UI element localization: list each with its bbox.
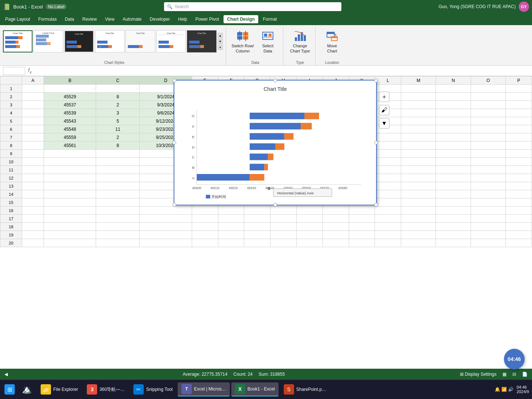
select-data-button[interactable]: SelectData (256, 28, 280, 55)
cell-m5[interactable] (401, 117, 436, 125)
cell-n2[interactable] (436, 93, 471, 101)
cell-15-12[interactable] (401, 198, 436, 207)
cell-18-11[interactable] (375, 223, 401, 231)
cell-o3[interactable] (471, 101, 505, 109)
resize-handle-bl[interactable] (173, 203, 176, 207)
cell-20-11[interactable] (375, 239, 401, 247)
cell-20-14[interactable] (471, 239, 505, 247)
chart-styles-button[interactable]: 🖌 (379, 105, 389, 115)
cell-16-6[interactable] (244, 207, 270, 215)
cell-b1[interactable]: 开始时间 ▼ (44, 85, 96, 93)
cell-c6[interactable]: 11 (96, 125, 140, 133)
col-header-c[interactable]: C (96, 76, 140, 85)
col-header-l[interactable]: L (375, 76, 401, 85)
cell-p7[interactable] (506, 133, 532, 141)
chart-filters-button[interactable]: ▼ (379, 118, 389, 129)
move-chart-button[interactable]: MoveChart (320, 28, 344, 55)
cell-m8[interactable] (401, 141, 436, 150)
cell-20-9[interactable] (323, 239, 349, 247)
cell-p4[interactable] (506, 109, 532, 117)
cell-17-0[interactable] (22, 215, 44, 223)
chart-style-4[interactable]: Chart Title A (95, 30, 125, 52)
cell-19-6[interactable] (244, 231, 270, 239)
cell-a5[interactable] (22, 117, 44, 125)
taskbar-snipping[interactable]: ✂ Snipping Tool (130, 383, 176, 396)
cell-16-4[interactable] (192, 207, 218, 215)
cell-16-0[interactable] (22, 207, 44, 215)
cell-n4[interactable] (436, 109, 471, 117)
cell-9-13[interactable] (436, 150, 471, 158)
cell-18-2[interactable] (96, 223, 140, 231)
cell-18-12[interactable] (401, 223, 436, 231)
cell-n7[interactable] (436, 133, 471, 141)
menu-page-layout[interactable]: Page Layout (1, 15, 34, 23)
cell-m7[interactable] (401, 133, 436, 141)
cell-20-0[interactable] (22, 239, 44, 247)
cell-19-11[interactable] (375, 231, 401, 239)
cell-18-15[interactable] (506, 223, 532, 231)
cell-a1[interactable] (22, 85, 44, 93)
cell-13-11[interactable] (375, 182, 401, 190)
cell-17-15[interactable] (506, 215, 532, 223)
cell-c5[interactable]: 5 (96, 117, 140, 125)
cell-18-1[interactable] (44, 223, 96, 231)
cell-18-10[interactable] (349, 223, 375, 231)
resize-handle-mr[interactable] (374, 141, 378, 144)
view-normal[interactable]: ▦ (502, 372, 507, 377)
cell-18-4[interactable] (192, 223, 218, 231)
cell-19-12[interactable] (401, 231, 436, 239)
menu-data[interactable]: Data (61, 15, 78, 23)
cell-b3[interactable]: 45537 (44, 101, 96, 109)
cell-9-12[interactable] (401, 150, 436, 158)
cell-m1[interactable] (401, 85, 436, 93)
cell-9-2[interactable] (96, 150, 140, 158)
taskbar-360-nav[interactable]: 3 360导航—… (83, 383, 128, 396)
menu-chart-design[interactable]: Chart Design (224, 15, 259, 23)
cell-16-7[interactable] (270, 207, 297, 215)
cell-17-3[interactable] (140, 215, 192, 223)
cell-16-1[interactable] (44, 207, 96, 215)
cell-19-0[interactable] (22, 231, 44, 239)
cell-10-15[interactable] (506, 158, 532, 166)
taskbar-start[interactable]: ⊞ (3, 383, 16, 396)
cell-10-12[interactable] (401, 158, 436, 166)
formula-input[interactable] (35, 67, 529, 75)
cell-17-12[interactable] (401, 215, 436, 223)
cell-n6[interactable] (436, 125, 471, 133)
cell-10-0[interactable] (22, 158, 44, 166)
scroll-more[interactable]: ▾ (218, 45, 223, 50)
cell-a6[interactable] (22, 125, 44, 133)
cell-16-9[interactable] (323, 207, 349, 215)
cell-20-3[interactable] (140, 239, 192, 247)
cell-16-5[interactable] (218, 207, 244, 215)
cell-c3[interactable]: 2 (96, 101, 140, 109)
cell-16-11[interactable] (375, 207, 401, 215)
cell-19-13[interactable] (436, 231, 471, 239)
taskbar-desktop[interactable]: 🏔️ (18, 383, 35, 396)
cell-p5[interactable] (506, 117, 532, 125)
cell-18-7[interactable] (270, 223, 297, 231)
cell-20-12[interactable] (401, 239, 436, 247)
cell-17-13[interactable] (436, 215, 471, 223)
col-header-b[interactable]: B (44, 76, 96, 85)
taskbar-excel[interactable]: X Book1 - Excel (231, 382, 279, 396)
scroll-up[interactable]: ▲ (218, 33, 223, 38)
cell-12-0[interactable] (22, 174, 44, 182)
cell-16-15[interactable] (506, 207, 532, 215)
cell-12-2[interactable] (96, 174, 140, 182)
cell-10-14[interactable] (471, 158, 505, 166)
cell-14-15[interactable] (506, 190, 532, 198)
cell-13-13[interactable] (436, 182, 471, 190)
cell-16-12[interactable] (401, 207, 436, 215)
menu-review[interactable]: Review (79, 15, 100, 23)
cell-b6[interactable]: 45548 (44, 125, 96, 133)
cell-20-8[interactable] (297, 239, 323, 247)
cell-16-8[interactable] (297, 207, 323, 215)
cell-p3[interactable] (506, 101, 532, 109)
menu-power-pivot[interactable]: Power Pivot (192, 15, 223, 23)
cell-17-8[interactable] (297, 215, 323, 223)
cell-9-1[interactable] (44, 150, 96, 158)
chart-style-3[interactable]: Chart Title (64, 30, 94, 52)
cell-n5[interactable] (436, 117, 471, 125)
cell-12-11[interactable] (375, 174, 401, 182)
